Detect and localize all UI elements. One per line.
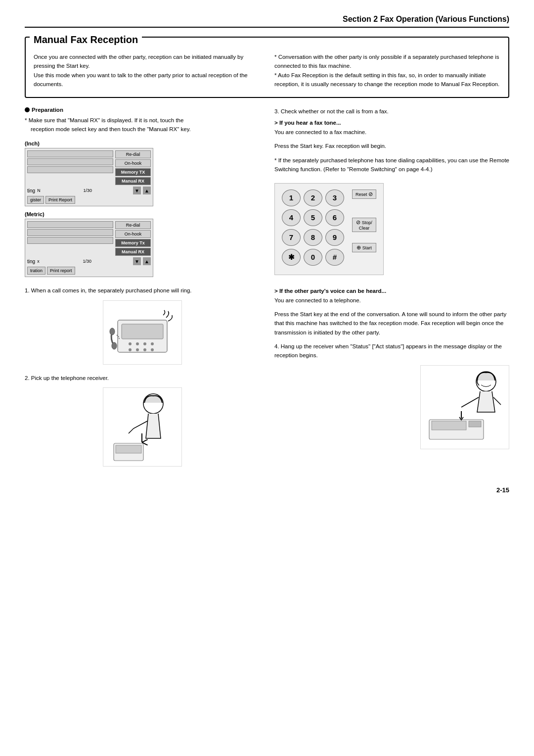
right-column: 3. Check whether or not the call is from… <box>274 107 509 472</box>
panel-metric-printreport[interactable]: Print report <box>47 267 75 275</box>
key-4[interactable]: 4 <box>282 209 301 226</box>
svg-point-11 <box>112 342 117 349</box>
voice-text2: Press the Start key at the end of the co… <box>274 310 509 337</box>
step4-text: 4. Hang up the receiver when "Status" ["… <box>274 342 509 360</box>
svg-point-3 <box>136 342 139 345</box>
keypad-keys: 1 2 3 4 5 6 7 8 9 ✱ <box>282 189 344 269</box>
panel-inch-n: N <box>37 188 41 193</box>
intro-right-p2: * Auto Fax Reception is the default sett… <box>274 71 500 89</box>
intro-right: * Conversation with the other party is o… <box>274 52 500 89</box>
panel-inch-up[interactable]: ▲ <box>143 187 151 194</box>
panel-inch-page: 1/30 <box>44 188 131 193</box>
keypad-side-buttons: Reset ⊘ ⊘ Stop/Clear ⊕ Start <box>352 189 376 269</box>
panel-metric-up[interactable]: ▲ <box>143 257 151 265</box>
key-3[interactable]: 3 <box>325 189 344 206</box>
fax-tone-header: > If you hear a fax tone... <box>274 120 509 126</box>
key-6[interactable]: 6 <box>325 209 344 226</box>
voice-header: > If the other party's voice can be hear… <box>274 288 509 294</box>
intro-left: Once you are connected with the other pa… <box>34 52 260 89</box>
panel-inch-memorytx[interactable]: Memory TX <box>115 168 151 176</box>
panel-metric-down[interactable]: ▼ <box>133 257 141 265</box>
preparation-title: Preparation <box>32 107 63 113</box>
panel-metric-memorytx[interactable]: Memory Tx <box>115 239 151 247</box>
svg-point-4 <box>143 342 146 345</box>
svg-point-7 <box>136 348 139 351</box>
panel-inch-onhook[interactable]: On-hook <box>115 159 151 167</box>
main-content: Preparation * Make sure that "Manual RX"… <box>25 107 509 472</box>
prep-text2: reception mode select key and then touch… <box>25 126 191 132</box>
panel-metric-label: (Metric) <box>25 211 260 217</box>
key-5[interactable]: 5 <box>304 209 322 226</box>
key-2[interactable]: 2 <box>304 189 322 206</box>
panel-inch-ting: ting <box>27 188 35 193</box>
panel-metric: Re-dial On-hook Memory Tx Manual RX ting… <box>25 219 153 277</box>
svg-rect-1 <box>122 324 163 339</box>
fax-tone-text2: Press the Start key. Fax reception will … <box>274 142 509 150</box>
svg-point-10 <box>110 328 115 335</box>
step2-container: 2. Pick up the telephone receiver. <box>25 374 260 467</box>
section-title: Section 2 Fax Operation (Various Functio… <box>25 15 509 28</box>
svg-rect-17 <box>432 421 466 430</box>
panel-inch-printreport[interactable]: Print Report <box>45 196 75 204</box>
key-0[interactable]: 0 <box>304 249 322 266</box>
step3-text: 3. Check whether or not the call is from… <box>274 107 509 116</box>
panel-metric-page: 1/30 <box>44 259 131 264</box>
svg-point-8 <box>143 348 146 351</box>
person-svg-2 <box>422 368 508 447</box>
intro-right-p1: * Conversation with the other party is o… <box>274 52 500 71</box>
panel-inch: Re-dial On-hook Memory TX Manual RX ting… <box>25 148 153 206</box>
stop-clear-button[interactable]: ⊘ Stop/Clear <box>352 218 376 232</box>
preparation-header: Preparation <box>25 107 260 113</box>
panel-inch-label: (Inch) <box>25 141 260 146</box>
person-illustration-1 <box>103 387 182 467</box>
keypad-row-3: 7 8 9 <box>282 229 344 246</box>
key-8[interactable]: 8 <box>304 229 322 246</box>
panel-metric-onhook[interactable]: On-hook <box>115 230 151 238</box>
page-title: Manual Fax Reception <box>30 34 142 46</box>
panel-metric-n: x <box>37 259 40 264</box>
intro-columns: Once you are connected with the other pa… <box>34 52 500 89</box>
step1-text: 1. When a call comes in, the separately … <box>25 286 260 295</box>
start-button[interactable]: ⊕ Start <box>352 243 376 252</box>
person-svg-1 <box>104 389 180 466</box>
panel-metric-registration[interactable]: tration <box>27 267 45 275</box>
svg-rect-14 <box>116 445 141 453</box>
svg-point-5 <box>151 342 154 345</box>
page-number: 2-15 <box>25 486 509 494</box>
bullet-icon <box>25 107 30 112</box>
person-illustration-2 <box>420 365 509 449</box>
keypad-row-1: 1 2 3 <box>282 189 344 206</box>
panel-metric-ting: ting <box>27 259 35 264</box>
panel-metric-manualrx[interactable]: Manual RX <box>115 248 151 256</box>
key-star[interactable]: ✱ <box>282 249 301 266</box>
panel-metric-redial[interactable]: Re-dial <box>115 221 151 229</box>
page-title-box: Manual Fax Reception Once you are connec… <box>25 37 509 98</box>
key-1[interactable]: 1 <box>282 189 301 206</box>
key-hash[interactable]: # <box>325 249 344 266</box>
svg-rect-18 <box>469 421 481 427</box>
left-column: Preparation * Make sure that "Manual RX"… <box>25 107 260 472</box>
key-9[interactable]: 9 <box>325 229 344 246</box>
svg-point-2 <box>129 342 132 345</box>
svg-point-6 <box>129 348 132 351</box>
panel-inch-redial[interactable]: Re-dial <box>115 150 151 158</box>
panel-inch-manualrx[interactable]: Manual RX <box>115 177 151 185</box>
reset-button[interactable]: Reset ⊘ <box>352 189 376 199</box>
panel-inch-down[interactable]: ▼ <box>133 187 141 194</box>
keypad-illustration: 1 2 3 4 5 6 7 8 9 ✱ <box>274 183 384 275</box>
prep-text1: * Make sure that "Manual RX" is displaye… <box>25 117 183 123</box>
fax-tone-text1: You are connected to a fax machine. <box>274 128 509 137</box>
key-7[interactable]: 7 <box>282 229 301 246</box>
panel-inch-register[interactable]: gister <box>27 196 44 204</box>
keypad-row-4: ✱ 0 # <box>282 249 344 266</box>
keypad-layout: 1 2 3 4 5 6 7 8 9 ✱ <box>282 189 376 269</box>
intro-left-p2: Use this mode when you want to talk to t… <box>34 71 260 89</box>
svg-point-9 <box>151 348 154 351</box>
step2-text: 2. Pick up the telephone receiver. <box>25 374 260 382</box>
intro-left-p1: Once you are connected with the other pa… <box>34 52 260 71</box>
step1-container: 1. When a call comes in, the separately … <box>25 286 260 364</box>
phone-svg <box>108 305 177 360</box>
phone-illustration <box>103 300 182 365</box>
voice-text1: You are connected to a telephone. <box>274 296 509 305</box>
keypad-row-2: 4 5 6 <box>282 209 344 226</box>
